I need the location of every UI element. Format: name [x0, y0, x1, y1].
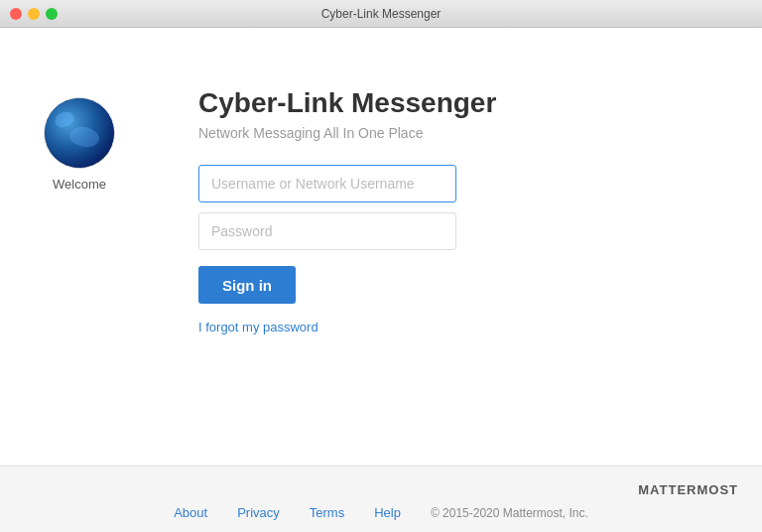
title-bar: Cyber-Link Messenger: [0, 0, 762, 28]
password-input[interactable]: [198, 212, 456, 250]
close-button[interactable]: [10, 8, 22, 20]
username-input[interactable]: [198, 165, 456, 202]
app-subtitle: Network Messaging All In One Place: [198, 125, 423, 141]
maximize-button[interactable]: [46, 8, 58, 20]
window-title: Cyber-Link Messenger: [321, 7, 442, 21]
content-wrapper: Welcome Cyber-Link Messenger Network Mes…: [0, 28, 762, 466]
app-title: Cyber-Link Messenger: [198, 87, 496, 119]
minimize-button[interactable]: [28, 8, 40, 20]
footer: MATTERMOST About Privacy Terms Help © 20…: [0, 466, 762, 532]
forgot-password-link[interactable]: I forgot my password: [198, 320, 318, 334]
terms-link[interactable]: Terms: [310, 505, 344, 520]
welcome-label: Welcome: [53, 177, 106, 192]
footer-links: About Privacy Terms Help © 2015-2020 Mat…: [24, 505, 738, 520]
sign-in-button[interactable]: Sign in: [198, 266, 296, 304]
left-panel: Welcome: [0, 87, 159, 192]
window-controls[interactable]: [10, 8, 58, 20]
copyright-text: © 2015-2020 Mattermost, Inc.: [431, 506, 588, 520]
main-area: Welcome Cyber-Link Messenger Network Mes…: [0, 28, 762, 532]
login-panel: Cyber-Link Messenger Network Messaging A…: [159, 87, 762, 334]
footer-brand: MATTERMOST: [24, 482, 738, 497]
about-link[interactable]: About: [174, 505, 207, 520]
globe-icon: [45, 97, 114, 169]
avatar: [44, 97, 115, 169]
privacy-link[interactable]: Privacy: [237, 505, 280, 520]
help-link[interactable]: Help: [374, 505, 401, 520]
